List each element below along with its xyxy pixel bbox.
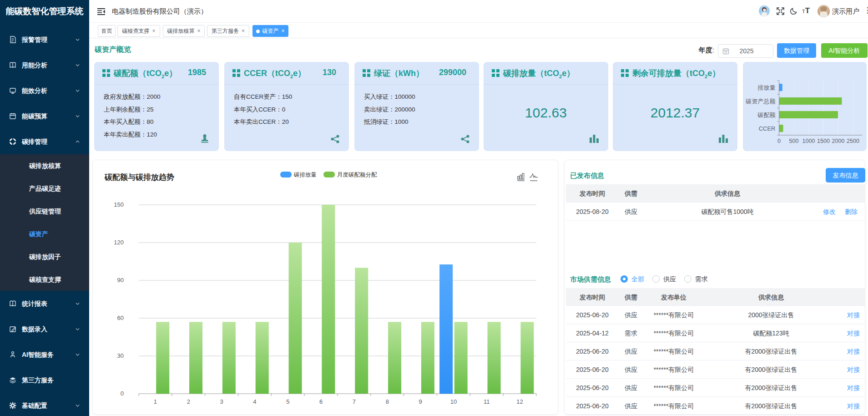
svg-text:2000: 2000	[832, 138, 845, 144]
svg-text:7: 7	[353, 398, 356, 405]
svg-text:30: 30	[117, 352, 124, 359]
svg-text:碳配额: 碳配额	[757, 112, 776, 118]
svg-text:4: 4	[253, 398, 256, 405]
svg-text:12: 12	[516, 398, 523, 405]
svg-text:500: 500	[789, 138, 799, 144]
svg-text:6: 6	[319, 398, 323, 405]
svg-text:3: 3	[220, 398, 223, 405]
svg-text:11: 11	[484, 398, 490, 405]
svg-text:120: 120	[114, 239, 124, 246]
svg-text:1500: 1500	[817, 138, 830, 144]
svg-text:1000: 1000	[802, 138, 815, 144]
svg-text:90: 90	[117, 277, 124, 284]
svg-text:150: 150	[114, 201, 124, 208]
svg-text:2500: 2500	[847, 138, 859, 144]
svg-text:5: 5	[286, 398, 289, 405]
svg-text:60: 60	[117, 315, 124, 321]
svg-text:10: 10	[450, 398, 457, 405]
svg-text:0: 0	[121, 390, 124, 397]
svg-text:1: 1	[154, 398, 157, 405]
svg-text:2: 2	[187, 398, 190, 405]
svg-text:0: 0	[777, 138, 781, 144]
svg-text:CCER: CCER	[759, 125, 776, 132]
svg-text:排放量: 排放量	[758, 84, 776, 91]
svg-text:8: 8	[386, 398, 389, 405]
svg-text:碳资产总额: 碳资产总额	[746, 98, 776, 105]
svg-text:9: 9	[419, 398, 422, 405]
